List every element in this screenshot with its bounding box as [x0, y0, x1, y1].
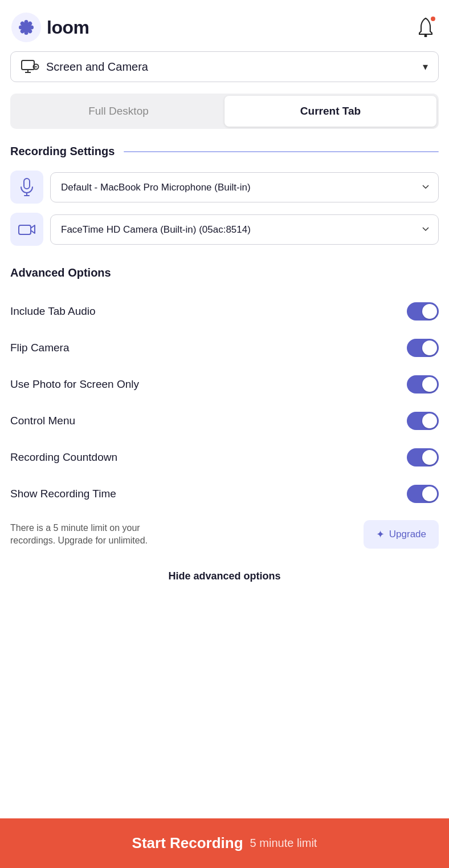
option-row-include-tab-audio: Include Tab Audio	[10, 293, 439, 330]
logo-text: loom	[47, 17, 89, 38]
recording-settings-section: Recording Settings Default - MacBook Pro…	[0, 145, 449, 246]
option-row-flip-camera: Flip Camera	[10, 330, 439, 366]
microphone-row: Default - MacBook Pro Microphone (Built-…	[10, 171, 439, 204]
option-row-recording-countdown: Recording Countdown	[10, 439, 439, 476]
svg-rect-11	[24, 179, 30, 189]
flip-camera-toggle[interactable]	[407, 339, 439, 357]
option-row-show-recording-time: Show Recording Time	[10, 476, 439, 512]
bottom-spacer	[0, 591, 449, 648]
tab-full-desktop[interactable]: Full Desktop	[13, 96, 224, 127]
include-tab-audio-toggle[interactable]	[407, 302, 439, 321]
advanced-options-title: Advanced Options	[10, 266, 439, 279]
show-recording-time-toggle[interactable]	[407, 485, 439, 503]
control-menu-label: Control Menu	[10, 415, 75, 427]
hide-advanced-row: Hide advanced options	[0, 560, 449, 591]
advanced-options-section: Advanced Options Include Tab Audio Flip …	[0, 255, 449, 560]
mode-dropdown-left: Screen and Camera	[21, 60, 148, 74]
mode-selector: Screen and Camera ▾	[10, 51, 439, 82]
toggle-slider-use-photo-screen-only	[407, 375, 439, 394]
mode-dropdown-label: Screen and Camera	[46, 60, 148, 74]
toggle-slider-recording-countdown	[407, 448, 439, 467]
upgrade-star-icon: ✦	[376, 528, 385, 541]
microphone-icon-button[interactable]	[10, 171, 43, 204]
camera-icon-button[interactable]	[10, 213, 43, 246]
svg-point-10	[35, 66, 37, 68]
section-divider	[124, 151, 439, 152]
camera-icon	[18, 222, 35, 236]
mode-dropdown-button[interactable]: Screen and Camera ▾	[10, 51, 439, 82]
option-row-control-menu: Control Menu	[10, 403, 439, 439]
upgrade-button[interactable]: ✦ Upgrade	[364, 520, 439, 549]
toggle-slider-control-menu	[407, 412, 439, 430]
option-row-use-photo-screen-only: Use Photo for Screen Only	[10, 366, 439, 403]
camera-row: FaceTime HD Camera (Built-in) (05ac:8514…	[10, 213, 439, 246]
logo-area: loom	[11, 13, 89, 42]
recording-countdown-toggle[interactable]	[407, 448, 439, 467]
start-recording-main-label: Start Recording	[132, 834, 243, 852]
recording-countdown-label: Recording Countdown	[10, 451, 117, 464]
camera-select[interactable]: FaceTime HD Camera (Built-in) (05ac:8514…	[50, 214, 439, 245]
upgrade-label: Upgrade	[389, 529, 426, 540]
loom-logo-icon	[11, 13, 41, 42]
chevron-down-icon: ▾	[423, 60, 428, 73]
show-recording-time-label: Show Recording Time	[10, 488, 116, 500]
upgrade-notice: There is a 5 minute limit on your record…	[10, 522, 181, 547]
recording-settings-title: Recording Settings	[10, 145, 115, 158]
app-header: loom	[0, 0, 449, 51]
microphone-icon	[19, 178, 34, 196]
tab-current-tab[interactable]: Current Tab	[224, 96, 436, 127]
notification-dot	[430, 15, 436, 22]
use-photo-screen-only-label: Use Photo for Screen Only	[10, 378, 139, 391]
start-recording-sub-label: 5 minute limit	[250, 837, 317, 850]
tab-switcher: Full Desktop Current Tab	[10, 94, 439, 129]
toggle-slider-flip-camera	[407, 339, 439, 357]
toggle-slider-include-tab-audio	[407, 302, 439, 321]
section-header: Recording Settings	[10, 145, 439, 158]
upgrade-row: There is a 5 minute limit on your record…	[10, 512, 439, 560]
svg-rect-6	[22, 60, 34, 70]
flip-camera-label: Flip Camera	[10, 342, 69, 354]
notification-button[interactable]	[414, 14, 438, 41]
svg-rect-14	[19, 225, 31, 234]
start-recording-button[interactable]: Start Recording 5 minute limit	[0, 818, 449, 868]
toggle-slider-show-recording-time	[407, 485, 439, 503]
screen-camera-icon	[21, 60, 39, 74]
use-photo-screen-only-toggle[interactable]	[407, 375, 439, 394]
include-tab-audio-label: Include Tab Audio	[10, 305, 96, 318]
hide-advanced-button[interactable]: Hide advanced options	[168, 570, 280, 582]
control-menu-toggle[interactable]	[407, 412, 439, 430]
microphone-select[interactable]: Default - MacBook Pro Microphone (Built-…	[50, 172, 439, 202]
svg-point-5	[424, 34, 427, 37]
